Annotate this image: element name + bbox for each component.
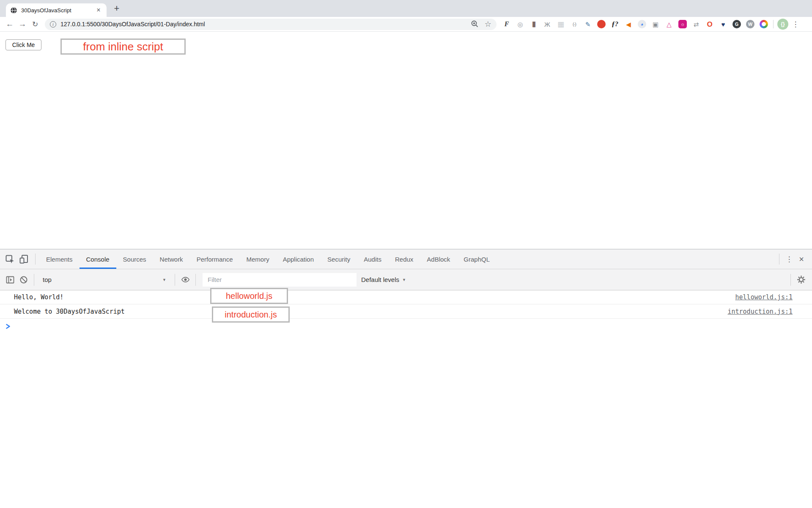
devtools-tab-sources[interactable]: Sources — [116, 249, 153, 269]
devtools-tab-performance[interactable]: Performance — [190, 249, 240, 269]
devtools-tab-network[interactable]: Network — [153, 249, 190, 269]
devtools-separator — [35, 254, 36, 265]
console-message-row: Welcome to 30DaysOfJavaScript introducti… — [0, 304, 812, 319]
tab-close-icon[interactable]: × — [95, 6, 102, 14]
console-source-link[interactable]: introduction.js:1 — [727, 308, 812, 315]
heart-search-extension-icon[interactable]: ♥ — [719, 20, 727, 28]
annotation-introduction-box: introduction.js — [212, 306, 290, 323]
megaphone-extension-icon[interactable]: ◀ — [624, 20, 633, 28]
devtools-tabs: Elements Console Sources Network Perform… — [39, 249, 497, 269]
browser-window: 30DaysOfJavaScript × + ← → ↻ i 127.0.0.1… — [0, 0, 812, 508]
fonts-extension-icon[interactable]: F — [502, 20, 511, 28]
w-badge-extension-icon[interactable]: W — [746, 20, 754, 28]
log-levels-label: Default levels — [361, 276, 399, 283]
globe-favicon-icon — [10, 7, 17, 14]
red-o-extension-icon[interactable]: O — [705, 20, 714, 28]
devtools-panel: Elements Console Sources Network Perform… — [0, 249, 812, 508]
devtools-tab-audits[interactable]: Audits — [357, 249, 388, 269]
devtools-tab-bar: Elements Console Sources Network Perform… — [0, 249, 812, 269]
toolbar-separator — [773, 20, 774, 28]
camera-extension-icon[interactable]: ▣ — [651, 20, 660, 28]
stop-hand-extension-icon[interactable] — [597, 20, 606, 28]
url-bar[interactable]: i 127.0.0.1:5500/30DaysOfJavaScript/01-D… — [45, 19, 497, 30]
share-arrows-extension-icon[interactable]: ⇄ — [692, 20, 700, 28]
console-source-link[interactable]: helloworld.js:1 — [735, 293, 812, 301]
chevron-down-icon: ▼ — [402, 278, 406, 282]
prompt-chevron-icon — [5, 323, 11, 329]
pink-triangle-extension-icon[interactable]: △ — [665, 20, 673, 28]
annotation-helloworld-box: helloworld.js — [210, 288, 288, 304]
devtools-tab-adblock[interactable]: AdBlock — [420, 249, 457, 269]
device-toolbar-icon[interactable] — [17, 252, 31, 266]
console-message-text: Hello, World! — [0, 293, 63, 301]
devtools-close-icon[interactable]: × — [795, 254, 808, 264]
browser-tab[interactable]: 30DaysOfJavaScript × — [6, 3, 107, 17]
eyedropper-extension-icon[interactable]: ✎ — [584, 20, 592, 28]
extensions-area: F ◎ ▐▌ Ж ▦ (-) ✎ ƒ? ◀ ◕ ▣ △ ☼ ⇄ O ♥ G W — [502, 20, 768, 28]
atom-extension-icon[interactable]: ◎ — [516, 20, 524, 28]
clear-console-icon[interactable] — [18, 274, 29, 285]
console-filter-input[interactable] — [203, 273, 357, 287]
devtools-tab-elements[interactable]: Elements — [39, 249, 80, 269]
console-message-text: Welcome to 30DaysOfJavaScript — [0, 308, 125, 315]
console-toolbar-separator — [790, 274, 791, 286]
devtools-tab-memory[interactable]: Memory — [240, 249, 276, 269]
live-expression-eye-icon[interactable] — [180, 274, 191, 285]
url-text[interactable]: 127.0.0.1:5500/30DaysOfJavaScript/01-Day… — [60, 21, 470, 28]
new-tab-button[interactable]: + — [111, 3, 123, 14]
grid-extension-icon[interactable]: ▦ — [557, 20, 565, 28]
console-sidebar-toggle-icon[interactable] — [5, 274, 16, 285]
console-toolbar-separator — [195, 274, 196, 286]
devtools-tab-security[interactable]: Security — [321, 249, 357, 269]
devtools-tab-console[interactable]: Console — [80, 249, 116, 269]
zoom-icon[interactable] — [470, 19, 480, 29]
color-ring-extension-icon[interactable] — [760, 20, 768, 28]
execution-context-label: top — [43, 276, 52, 283]
devtools-menu-icon[interactable]: ⋮ — [783, 255, 795, 264]
click-me-button[interactable]: Click Me — [5, 39, 41, 50]
tab-strip: 30DaysOfJavaScript × + — [0, 0, 812, 17]
devtools-tab-redux[interactable]: Redux — [388, 249, 420, 269]
devtools-separator — [779, 254, 779, 265]
reload-button[interactable]: ↻ — [29, 18, 41, 30]
regex-extension-icon[interactable]: (-) — [570, 20, 579, 28]
forward-button[interactable]: → — [16, 18, 29, 30]
devtools-tab-application[interactable]: Application — [276, 249, 321, 269]
console-message-row: Hello, World! helloworld.js:1 — [0, 290, 812, 304]
console-prompt[interactable] — [0, 319, 812, 334]
console-toolbar-separator — [175, 274, 175, 286]
onetab-extension-icon[interactable]: ◕ — [638, 20, 646, 28]
devtools-tabbar-right: ⋮ × — [775, 254, 812, 265]
back-button[interactable]: ← — [3, 18, 16, 30]
columns-extension-icon[interactable]: ▐▌ — [529, 20, 538, 28]
page-content: Click Me from inline script — [0, 32, 812, 248]
inline-script-text: from inline script — [83, 40, 163, 53]
magenta-gear-extension-icon[interactable]: ☼ — [678, 20, 687, 28]
inline-script-box: from inline script — [60, 39, 186, 55]
log-levels-select[interactable]: Default levels ▼ — [361, 276, 406, 283]
console-settings-gear-icon[interactable] — [796, 274, 807, 285]
console-toolbar-separator — [34, 274, 34, 286]
bookmark-star-icon[interactable]: ☆ — [485, 20, 491, 28]
execution-context-select[interactable]: top ▼ — [38, 276, 171, 283]
profile-avatar[interactable]: {} — [777, 19, 788, 30]
math-f-extension-icon[interactable]: ƒ? — [611, 20, 619, 28]
browser-toolbar: ← → ↻ i 127.0.0.1:5500/30DaysOfJavaScrip… — [0, 17, 812, 32]
site-info-icon[interactable]: i — [50, 21, 56, 28]
bug-extension-icon[interactable]: Ж — [543, 20, 551, 28]
inspect-element-icon[interactable] — [3, 252, 17, 266]
console-toolbar: top ▼ Default levels ▼ — [0, 269, 812, 290]
console-output: Hello, World! helloworld.js:1 Welcome to… — [0, 290, 812, 334]
browser-menu-icon[interactable]: ⋮ — [791, 20, 800, 29]
g-badge-extension-icon[interactable]: G — [732, 20, 741, 28]
tab-title: 30DaysOfJavaScript — [21, 7, 95, 14]
chevron-down-icon: ▼ — [162, 278, 166, 282]
devtools-tab-graphql[interactable]: GraphQL — [457, 249, 497, 269]
